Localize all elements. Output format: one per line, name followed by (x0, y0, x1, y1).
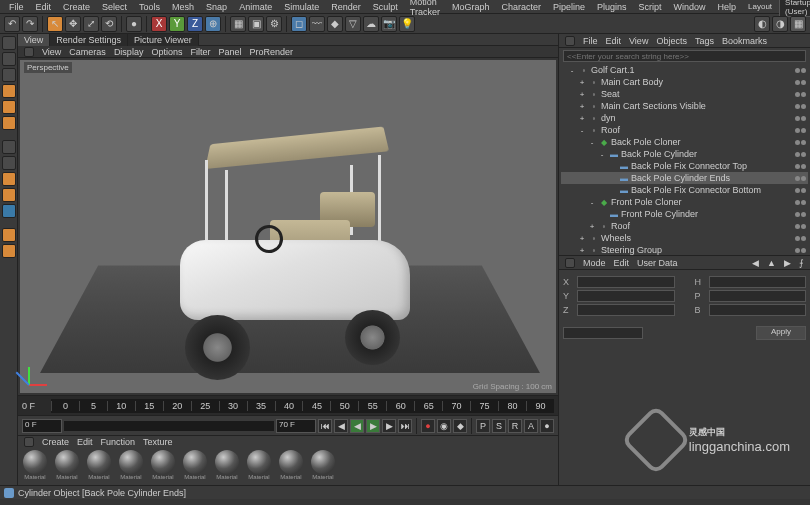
menu-window[interactable]: Window (669, 2, 711, 12)
toggle-b[interactable]: ◑ (772, 16, 788, 32)
visibility-editor-dot[interactable] (795, 92, 800, 97)
snap-toggle[interactable] (2, 172, 16, 186)
menu-sculpt[interactable]: Sculpt (368, 2, 403, 12)
visibility-render-dot[interactable] (801, 176, 806, 181)
om-icon[interactable] (565, 36, 575, 46)
perspective-viewport[interactable]: Perspective Grid Spacing : 100 cm (20, 60, 556, 393)
visibility-editor-dot[interactable] (795, 104, 800, 109)
expand-icon[interactable]: - (597, 149, 607, 159)
render-settings[interactable]: ⚙ (266, 16, 282, 32)
attr-icon[interactable] (565, 258, 575, 268)
key-rot[interactable]: R (508, 419, 522, 433)
visibility-render-dot[interactable] (801, 92, 806, 97)
visibility-editor-dot[interactable] (795, 224, 800, 229)
axis-x-toggle[interactable]: X (151, 16, 167, 32)
menu-tools[interactable]: Tools (134, 2, 165, 12)
tick[interactable]: 60 (386, 401, 414, 411)
play-forward[interactable]: ▶ (366, 419, 380, 433)
tick[interactable]: 15 (135, 401, 163, 411)
soft-select[interactable] (2, 228, 16, 242)
vm-options[interactable]: Options (151, 47, 182, 57)
tab-picture-viewer[interactable]: Picture Viewer (128, 34, 199, 46)
tick[interactable]: 30 (219, 401, 247, 411)
enable-axis[interactable] (2, 140, 16, 154)
current-frame[interactable]: 0 F (22, 419, 62, 433)
add-cube[interactable]: ◻ (291, 16, 307, 32)
tick[interactable]: 65 (414, 401, 442, 411)
attr-mode[interactable]: Mode (583, 258, 606, 268)
visibility-editor-dot[interactable] (795, 68, 800, 73)
expand-icon[interactable] (597, 209, 607, 219)
menu-plugins[interactable]: Plugins (592, 2, 632, 12)
tree-row[interactable]: ▬Back Pole Cylinder Ends (561, 172, 808, 184)
keyframe-sel[interactable]: ◆ (453, 419, 467, 433)
tick[interactable]: 10 (107, 401, 135, 411)
material-icon[interactable] (24, 437, 34, 447)
tick[interactable]: 55 (358, 401, 386, 411)
menu-create[interactable]: Create (58, 2, 95, 12)
tree-row[interactable]: -◆Back Pole Cloner (561, 136, 808, 148)
move-tool[interactable]: ✥ (65, 16, 81, 32)
edge-mode[interactable] (2, 100, 16, 114)
coord-b-field[interactable] (709, 304, 807, 316)
menu-animate[interactable]: Animate (234, 2, 277, 12)
add-environment[interactable]: ☁ (363, 16, 379, 32)
tree-row[interactable]: +◦Seat (561, 88, 808, 100)
redo-button[interactable]: ↷ (22, 16, 38, 32)
attr-nav-back[interactable]: ◀ (752, 258, 759, 268)
material-slot[interactable]: Material (308, 450, 338, 483)
add-camera[interactable]: 📷 (381, 16, 397, 32)
menu-character[interactable]: Character (496, 2, 546, 12)
visibility-render-dot[interactable] (801, 104, 806, 109)
expand-icon[interactable]: + (577, 89, 587, 99)
axis-z-toggle[interactable]: Z (187, 16, 203, 32)
visibility-render-dot[interactable] (801, 140, 806, 145)
vm-display[interactable]: Display (114, 47, 144, 57)
model-mode[interactable] (2, 36, 16, 50)
visibility-render-dot[interactable] (801, 68, 806, 73)
layout-selector[interactable]: Startup (User) (779, 0, 810, 17)
tick[interactable]: 20 (163, 401, 191, 411)
visibility-render-dot[interactable] (801, 164, 806, 169)
tab-render-settings[interactable]: Render Settings (50, 34, 128, 46)
visibility-editor-dot[interactable] (795, 140, 800, 145)
scale-tool[interactable]: ⤢ (83, 16, 99, 32)
tree-row[interactable]: ▬Back Pole Fix Connector Bottom (561, 184, 808, 196)
menu-mograph[interactable]: MoGraph (447, 2, 495, 12)
menu-script[interactable]: Script (634, 2, 667, 12)
visibility-editor-dot[interactable] (795, 176, 800, 181)
timeline-ruler[interactable]: 0510152025303540455055606570758090 (51, 399, 554, 413)
locked-workplane[interactable] (2, 204, 16, 218)
tick[interactable]: 75 (470, 401, 498, 411)
tree-row[interactable]: +◦Steering Group (561, 244, 808, 255)
menu-render[interactable]: Render (326, 2, 366, 12)
key-scale[interactable]: S (492, 419, 506, 433)
menu-simulate[interactable]: Simulate (279, 2, 324, 12)
expand-icon[interactable]: - (587, 137, 597, 147)
expand-icon[interactable]: + (577, 245, 587, 255)
visibility-render-dot[interactable] (801, 200, 806, 205)
visibility-editor-dot[interactable] (795, 128, 800, 133)
object-tree[interactable]: -◦Golf Cart.1+◦Main Cart Body+◦Seat+◦Mai… (559, 62, 810, 255)
visibility-render-dot[interactable] (801, 152, 806, 157)
expand-icon[interactable] (607, 185, 617, 195)
vm-prorender[interactable]: ProRender (249, 47, 293, 57)
visibility-editor-dot[interactable] (795, 80, 800, 85)
visibility-render-dot[interactable] (801, 128, 806, 133)
expand-icon[interactable]: - (577, 125, 587, 135)
tick[interactable]: 70 (442, 401, 470, 411)
visibility-editor-dot[interactable] (795, 200, 800, 205)
visibility-editor-dot[interactable] (795, 236, 800, 241)
vm-panel[interactable]: Panel (218, 47, 241, 57)
add-spline[interactable]: 〰 (309, 16, 325, 32)
visibility-editor-dot[interactable] (795, 152, 800, 157)
material-slot[interactable]: Material (52, 450, 82, 483)
tick[interactable]: 90 (526, 401, 554, 411)
expand-icon[interactable] (607, 161, 617, 171)
mat-create[interactable]: Create (42, 437, 69, 447)
timeline[interactable]: 0 F 0510152025303540455055606570758090 (18, 395, 558, 415)
visibility-render-dot[interactable] (801, 224, 806, 229)
key-pos[interactable]: P (476, 419, 490, 433)
attr-dropdown[interactable] (563, 327, 643, 339)
search-input[interactable] (563, 50, 806, 62)
